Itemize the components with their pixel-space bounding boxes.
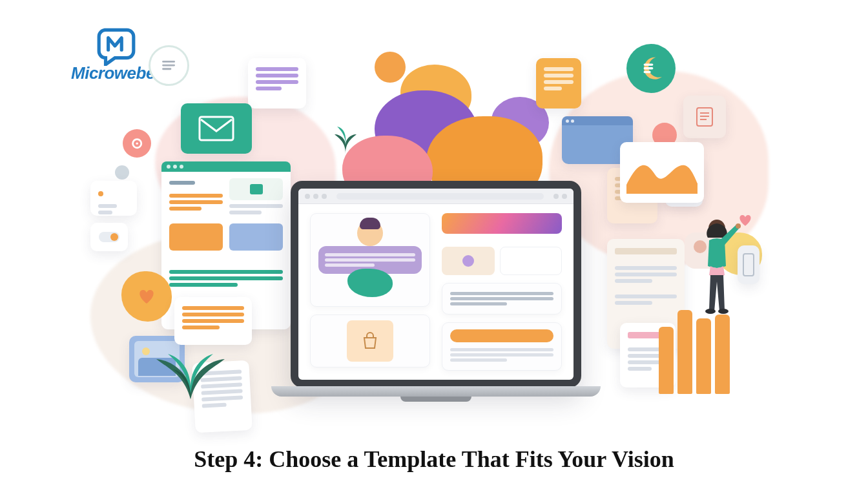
mini-card <box>90 181 137 216</box>
heart-blob <box>121 271 172 322</box>
pedestal-bars <box>659 310 730 394</box>
leaf-icon <box>329 116 362 155</box>
heart-icon <box>137 288 156 305</box>
mail-icon <box>198 116 234 141</box>
record-icon <box>123 129 151 158</box>
moon-icon <box>626 44 676 93</box>
thumb-card <box>500 247 562 275</box>
accent-dot-icon <box>375 52 406 83</box>
toggle-card <box>90 223 128 251</box>
svg-point-16 <box>705 309 716 314</box>
svg-rect-5 <box>200 117 233 140</box>
chart-icon <box>626 149 698 194</box>
plant-icon <box>149 329 232 400</box>
accent-dot-icon <box>115 165 129 180</box>
illustration-canvas <box>90 39 788 439</box>
person-illustration <box>691 217 743 314</box>
chart-card <box>620 142 704 203</box>
hero-banner <box>442 213 562 234</box>
product-card <box>310 315 430 367</box>
browser-chrome <box>298 189 574 204</box>
laptop-screen <box>291 181 581 388</box>
text-card <box>442 283 562 315</box>
laptop-mockup <box>271 181 601 426</box>
cloud-icon <box>347 269 393 297</box>
thumb-card <box>442 247 495 275</box>
bag-icon <box>359 330 381 352</box>
svg-point-15 <box>736 223 741 229</box>
doc-outline-card <box>683 96 726 138</box>
cta-card <box>442 322 562 371</box>
hero-illustration: Microweber <box>0 0 868 496</box>
doc-card <box>536 58 581 108</box>
svg-point-4 <box>136 142 138 144</box>
avatar-icon <box>357 220 383 246</box>
step-headline: Step 4: Choose a Template That Fits Your… <box>0 446 868 473</box>
profile-card <box>310 213 430 307</box>
doc-icon <box>149 45 189 86</box>
mail-card <box>181 103 252 154</box>
svg-point-17 <box>718 309 728 314</box>
doc-card <box>248 58 306 108</box>
